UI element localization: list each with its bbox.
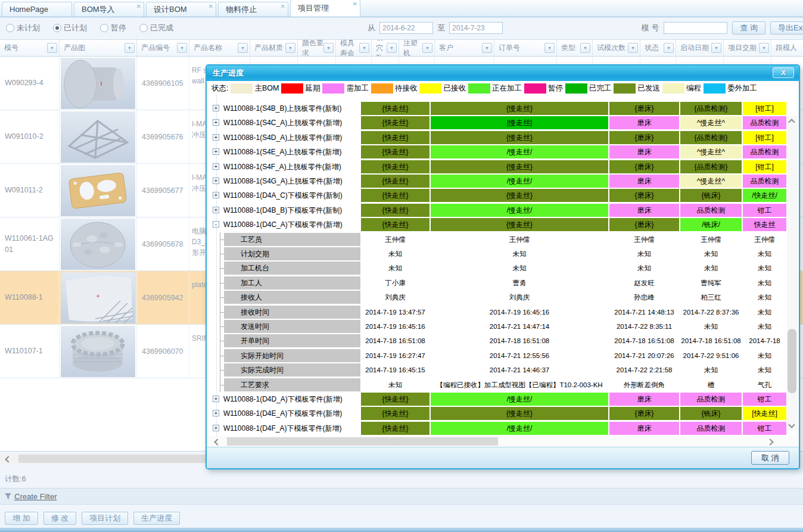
column-header[interactable]: 项目交期▼ [724,40,771,56]
grid-hscrollbar[interactable] [208,436,798,447]
create-filter-link[interactable]: Create Filter [14,492,57,501]
progress-row[interactable]: +W110088-1(S4C_A)上脱板零件(新增){快走丝}|慢走丝|磨床^慢… [207,116,799,130]
tab-close-icon[interactable]: ✕ [136,4,141,10]
tab-HomePage[interactable]: HomePage [2,2,72,17]
column-filter-icon[interactable]: ▼ [664,43,674,53]
progress-row[interactable]: +W110088-1(S4B_B)上脱板零件(新制){快走丝}{慢走丝}{磨床}… [207,101,799,116]
scroll-left-icon[interactable] [5,456,11,462]
column-header[interactable]: 注塑机▼ [399,40,435,56]
column-header[interactable]: 模具寿命▼ [336,40,372,56]
column-header[interactable]: 模穴数▼ [372,40,399,56]
expand-icon[interactable]: + [213,163,219,170]
expand-icon[interactable]: + [213,134,219,141]
action-button-生产进度[interactable]: 生产进度 [133,512,180,525]
column-filter-icon[interactable]: ▼ [238,43,248,53]
column-filter-icon[interactable]: ▼ [422,43,432,53]
detail-label: 实际开始时间 [224,349,360,362]
progress-row[interactable]: +W110088-1(D4D_A)下模板零件(新增){快走丝}/慢走丝/磨床品质… [207,392,799,406]
progress-row[interactable]: +W110088-1(S4E_A)上脱板零件(新增){快走丝}/慢走丝/磨床^慢… [207,145,799,159]
mold-no-input[interactable] [664,22,727,34]
expand-icon[interactable]: + [213,119,219,126]
expand-icon[interactable]: + [213,207,219,213]
column-filter-icon[interactable]: ▼ [628,43,638,53]
tab-项目管理[interactable]: 项目管理✕ [290,0,360,17]
column-header[interactable]: 产品名称▼ [189,40,250,56]
stage-cell: /铣床/ [680,218,742,231]
column-header[interactable]: 产品材质▼ [250,40,298,56]
tab-物料停止[interactable]: 物料停止✕ [218,2,288,17]
progress-row[interactable]: +W110088-1(S4D_A)上脱板零件(新增){快走丝}{慢走丝}{磨床}… [207,130,799,145]
column-header[interactable]: 启动日期▼ [676,40,724,56]
column-filter-icon[interactable]: ▼ [323,43,334,53]
progress-row[interactable]: -W110088-1(D4C_A)下模板零件(新增){快走丝}{慢走丝}{磨床}… [207,217,799,232]
column-filter-icon[interactable]: ▼ [711,43,721,53]
tab-BOM导入[interactable]: BOM导入✕ [74,2,144,17]
expand-icon[interactable]: + [213,425,219,431]
legend-item: 延期 [281,83,320,94]
progress-row[interactable]: +W110088-1(D4E_A)下模板零件(新增){快走丝}{慢走丝}{磨床}… [207,406,799,421]
action-button-修改[interactable]: 修 改 [43,512,77,525]
action-button-增加[interactable]: 增 加 [5,512,38,525]
dialog-titlebar[interactable]: 生产进度 X [207,66,799,81]
radio-已计划[interactable]: 已计划 [53,23,87,33]
progress-row[interactable]: +W110088-1(S4G_A)上脱板零件(新增){快走丝}/慢走丝/磨床^慢… [207,174,799,188]
export-excel-button[interactable]: 导出Exce [770,21,803,35]
column-header[interactable]: 订单号▼ [494,40,557,56]
radio-已完成[interactable]: 已完成 [139,23,173,33]
tab-close-icon[interactable]: ✕ [208,4,213,10]
progress-row[interactable]: +W110088-1(D4F_A)下模板零件(新增){快走丝}/慢走丝/磨床品质… [207,421,799,435]
progress-row[interactable]: +W110088-1(S4F_A)上脱板零件(新增){快走丝}{慢走丝}{磨床}… [207,160,799,174]
scroll-up-icon[interactable] [788,119,795,125]
collapse-icon[interactable]: - [213,221,219,228]
tab-close-icon[interactable]: ✕ [353,1,357,7]
radio-未计划[interactable]: 未计划 [6,23,40,33]
page-hscroll-thumb[interactable] [18,455,206,463]
expand-icon[interactable]: + [213,410,219,416]
column-header[interactable]: 状态▼ [640,40,676,56]
stage-cell: 品质检测 [680,422,742,435]
column-header[interactable]: 跟模人 [771,40,803,56]
column-filter-icon[interactable]: ▼ [387,43,397,53]
detail-label: 发送时间 [224,320,360,333]
expand-icon[interactable]: + [213,105,219,111]
grid-vscroll-thumb[interactable] [788,329,796,393]
grid-scroll-left-icon[interactable] [214,438,220,445]
action-button-项目计划[interactable]: 项目计划 [82,512,128,525]
grid-scroll-right-icon[interactable] [767,438,773,445]
column-header[interactable]: 客户▼ [435,40,494,56]
tab-设计BOM[interactable]: 设计BOM✕ [146,2,216,17]
grid-hscroll-thumb[interactable] [227,437,498,446]
close-button[interactable]: X [773,67,794,78]
column-filter-icon[interactable]: ▼ [482,43,492,53]
column-filter-icon[interactable]: ▼ [544,43,555,53]
column-filter-icon[interactable]: ▼ [580,43,590,53]
column-filter-icon[interactable]: ▼ [759,43,769,53]
expand-icon[interactable]: + [213,148,219,155]
column-filter-icon[interactable]: ▼ [125,43,135,53]
grid-vscrollbar[interactable] [787,116,797,431]
expand-icon[interactable]: + [213,178,219,184]
column-header[interactable]: 类型▼ [557,40,593,56]
tab-close-icon[interactable]: ✕ [281,4,285,10]
radio-label: 暂停 [111,23,126,33]
column-header[interactable]: 试模次数▼ [593,40,640,56]
to-date-input[interactable] [449,22,503,34]
column-header[interactable]: 颜色要求▼ [298,40,336,56]
column-filter-icon[interactable]: ▼ [285,43,295,53]
from-date-input[interactable] [379,22,433,34]
expand-icon[interactable]: + [213,192,219,198]
scroll-down-icon[interactable] [788,421,795,428]
column-header[interactable]: 模号▼ [0,40,60,56]
column-filter-icon[interactable]: ▼ [47,43,57,53]
cancel-button[interactable]: 取 消 [751,451,789,465]
column-filter-icon[interactable]: ▼ [177,43,187,53]
progress-row[interactable]: +W110088-1(D4A_C)下模板零件(新制){快走丝}{慢走丝}{磨床}… [207,188,799,203]
column-filter-icon[interactable]: ▼ [359,43,369,53]
page-hscrollbar[interactable] [0,454,206,463]
progress-row[interactable]: +W110088-1(D4B_B)下模板零件(新制){快走丝}/慢走丝/磨床品质… [207,203,799,217]
radio-暂停[interactable]: 暂停 [100,23,126,33]
search-button[interactable]: 查 询 [732,21,765,35]
column-header[interactable]: 产品编号▼ [137,40,189,56]
expand-icon[interactable]: + [213,396,219,402]
column-header[interactable]: 产品图▼ [60,40,137,56]
